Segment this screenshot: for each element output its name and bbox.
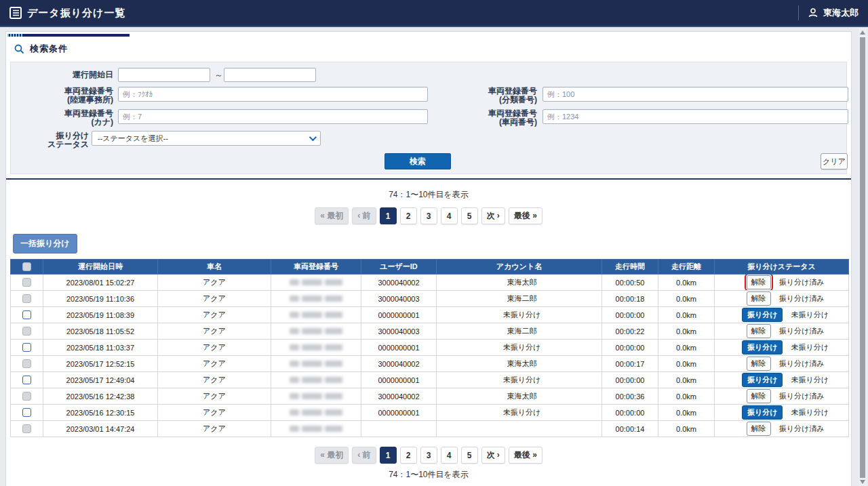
page-prev-button-bottom[interactable]: ‹ 前 <box>352 447 376 464</box>
cell-car: アクア <box>158 388 271 405</box>
table-row: 2023/05/16 12:30:15 アクア 0000000001 未振り分け… <box>11 405 849 421</box>
cell-datetime: 2023/05/19 11:10:36 <box>43 291 158 307</box>
cell-distance: 0.0km <box>658 291 715 307</box>
cell-account: 東海二郎 <box>437 323 602 340</box>
list-icon <box>9 7 22 19</box>
cell-vehicle-reg-redacted <box>271 340 361 356</box>
cell-vehicle-reg-redacted <box>271 388 361 405</box>
cell-distance: 0.0km <box>658 388 715 405</box>
reg-kana-label: 車両登録番号(カナ) <box>12 109 113 127</box>
row-action-button[interactable]: 振り分け <box>742 405 783 420</box>
page-3-button[interactable]: 3 <box>420 207 437 224</box>
cell-vehicle-reg-redacted <box>271 356 361 372</box>
row-action-button[interactable]: 解除 <box>747 275 771 289</box>
page-3-button-bottom[interactable]: 3 <box>420 447 437 464</box>
row-status-label: 未振り分け <box>791 408 829 416</box>
date-range-separator: ～ <box>214 69 223 81</box>
reg-kana-input[interactable] <box>118 109 428 124</box>
page-next-button-bottom[interactable]: 次 › <box>481 447 505 464</box>
row-checkbox[interactable] <box>22 376 31 384</box>
page-next-button[interactable]: 次 › <box>481 207 505 224</box>
page-5-button-bottom[interactable]: 5 <box>461 447 478 464</box>
row-checkbox[interactable] <box>22 310 31 319</box>
row-status-label: 振り分け済み <box>779 294 825 302</box>
row-checkbox[interactable] <box>22 424 31 433</box>
cell-status: 解除 振り分け済み <box>715 323 849 340</box>
table-row: 2023/05/19 11:10:36 アクア 3000040003 東海二郎 … <box>11 291 849 307</box>
page-prev-button[interactable]: ‹ 前 <box>352 207 376 224</box>
row-checkbox[interactable] <box>22 343 31 352</box>
scrollbar-thumb[interactable] <box>860 37 865 478</box>
cell-user-id: 0000000001 <box>361 340 437 356</box>
cell-status: 解除 振り分け済み <box>715 421 849 437</box>
table-row: 2023/05/17 12:52:15 アクア 3000040002 東海太郎 … <box>11 356 849 372</box>
cell-datetime: 2023/05/18 11:05:52 <box>43 323 158 340</box>
page-1-button[interactable]: 1 <box>380 207 397 224</box>
reg-office-input[interactable] <box>118 87 428 102</box>
cell-vehicle-reg-redacted <box>271 421 361 437</box>
scrollbar-down-arrow[interactable] <box>860 480 865 484</box>
page-2-button-bottom[interactable]: 2 <box>400 447 417 464</box>
cell-distance: 0.0km <box>658 340 715 356</box>
row-action-button[interactable]: 解除 <box>747 357 771 371</box>
cell-vehicle-reg-redacted <box>271 275 361 291</box>
page-5-button[interactable]: 5 <box>461 207 478 224</box>
cell-account: 東海二郎 <box>437 291 602 307</box>
reg-number-input[interactable] <box>542 109 848 124</box>
pagination-top: « 最初 ‹ 前 1 2 3 4 5 次 › 最後 » <box>6 207 851 224</box>
row-action-button[interactable]: 振り分け <box>742 308 783 322</box>
reg-class-input[interactable] <box>542 87 848 102</box>
row-checkbox[interactable] <box>22 408 31 417</box>
bulk-assign-button[interactable]: 一括振り分け <box>13 234 77 254</box>
page-first-button[interactable]: « 最初 <box>315 207 349 224</box>
page-2-button[interactable]: 2 <box>400 207 417 224</box>
status-select[interactable]: --ステータスを選択-- <box>92 131 321 146</box>
page-4-button[interactable]: 4 <box>441 207 458 224</box>
cell-distance: 0.0km <box>658 405 715 421</box>
vertical-scrollbar[interactable] <box>859 28 867 486</box>
row-action-button[interactable]: 解除 <box>747 291 771 306</box>
cell-vehicle-reg-redacted <box>271 291 361 307</box>
cell-car: アクア <box>158 405 271 421</box>
cell-vehicle-reg-redacted <box>271 307 361 323</box>
table-header-row: 運行開始日時 車名 車両登録番号 ユーザーID アカウント名 走行時間 走行距離… <box>11 260 849 275</box>
row-checkbox[interactable] <box>22 294 31 303</box>
row-action-button[interactable]: 解除 <box>747 324 771 338</box>
page-last-button-bottom[interactable]: 最後 » <box>509 447 542 464</box>
clear-button[interactable]: クリア <box>821 153 848 169</box>
cell-time: 00:00:14 <box>602 421 658 437</box>
row-status-label: 振り分け済み <box>779 278 825 286</box>
page-last-button[interactable]: 最後 » <box>509 207 542 224</box>
date-start-input[interactable] <box>118 68 210 82</box>
user-menu[interactable]: 東海太郎 <box>798 5 859 20</box>
row-checkbox[interactable] <box>22 392 31 401</box>
cell-time: 00:00:22 <box>602 323 658 340</box>
row-checkbox[interactable] <box>22 278 31 287</box>
cell-account: 未振り分け <box>437 405 602 421</box>
row-status-label: 振り分け済み <box>779 392 825 400</box>
cell-vehicle-reg-redacted <box>271 372 361 388</box>
row-action-button[interactable]: 振り分け <box>742 373 783 387</box>
pagination-bottom: « 最初 ‹ 前 1 2 3 4 5 次 › 最後 » <box>6 447 851 464</box>
row-checkbox[interactable] <box>22 359 31 368</box>
page-4-button-bottom[interactable]: 4 <box>441 447 458 464</box>
table-row: 2023/05/19 11:08:39 アクア 0000000001 未振り分け… <box>11 307 849 323</box>
cell-time: 00:00:00 <box>602 405 658 421</box>
search-button[interactable]: 検索 <box>384 153 451 169</box>
row-action-button[interactable]: 振り分け <box>742 340 783 355</box>
cell-datetime: 2023/03/01 14:47:24 <box>43 421 158 437</box>
col-vehicle-reg: 車両登録番号 <box>271 260 361 275</box>
page-1-button-bottom[interactable]: 1 <box>380 447 397 464</box>
date-label: 運行開始日 <box>12 70 113 79</box>
cell-car: アクア <box>158 291 271 307</box>
select-all-checkbox[interactable] <box>22 262 31 271</box>
cell-datetime: 2023/05/18 11:03:37 <box>43 340 158 356</box>
col-user-id: ユーザーID <box>361 260 437 275</box>
row-checkbox[interactable] <box>22 327 31 336</box>
scrollbar-up-arrow[interactable] <box>860 31 865 35</box>
page-first-button-bottom[interactable]: « 最初 <box>315 447 349 464</box>
cell-vehicle-reg-redacted <box>271 323 361 340</box>
date-end-input[interactable] <box>224 68 316 82</box>
row-action-button[interactable]: 解除 <box>747 422 771 436</box>
row-action-button[interactable]: 解除 <box>747 389 771 403</box>
